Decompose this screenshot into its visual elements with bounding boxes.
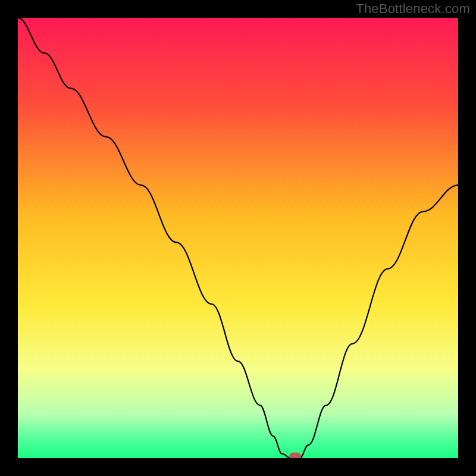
chart-frame: TheBottleneck.com <box>0 0 476 476</box>
watermark-text: TheBottleneck.com <box>356 1 470 17</box>
optimum-marker <box>290 453 300 458</box>
gradient-backdrop <box>18 18 458 458</box>
chart-svg <box>18 18 458 458</box>
plot-area <box>18 18 458 458</box>
